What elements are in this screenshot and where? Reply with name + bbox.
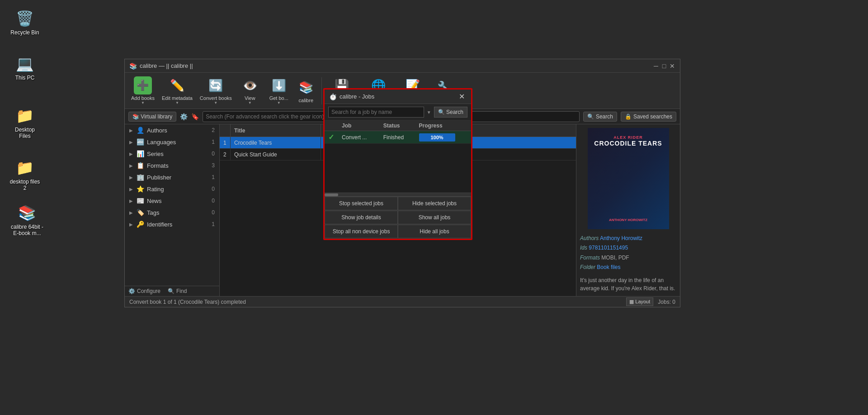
- col-status-header: Status: [380, 121, 415, 131]
- status-right: ▦ Layout Jobs: 0: [626, 297, 675, 306]
- identifiers-count: 1: [206, 221, 215, 227]
- tag-icon: 🔖: [191, 113, 199, 120]
- cover-author: ANTHONY HOROWITZ: [609, 218, 647, 222]
- calibre-titlebar: 📚 calibre — || calibre || ─ □ ✕: [125, 59, 680, 73]
- close-button[interactable]: ✕: [669, 63, 675, 69]
- publisher-count: 1: [206, 174, 215, 180]
- tags-label: Tags: [147, 209, 203, 216]
- expand-icon: ▶: [129, 210, 134, 215]
- desktop-files2-icon[interactable]: 📁 desktop files 2: [7, 156, 43, 194]
- calibre-title-icon: 📚: [129, 62, 137, 70]
- ids-value: 9781101151495: [589, 245, 628, 251]
- authors-label: Authors: [580, 235, 599, 241]
- add-books-button[interactable]: ➕ Add books ▼: [128, 75, 157, 107]
- convert-books-icon: 🔄: [207, 76, 225, 94]
- hide-all-jobs-button[interactable]: Hide all jobs: [398, 225, 471, 238]
- jobs-dialog-close-button[interactable]: ✕: [457, 92, 467, 101]
- identifiers-label: Identifiers: [147, 221, 203, 228]
- calibre-ebook-icon[interactable]: 📚 calibre 64bit - E-book m...: [7, 201, 47, 239]
- virtual-library-button[interactable]: 📚 Virtual library: [128, 112, 176, 122]
- book-description: It's just another day in the life of an …: [580, 276, 676, 292]
- convert-books-button[interactable]: 🔄 Convert books ▼: [197, 75, 235, 107]
- formats-count: 3: [206, 162, 215, 169]
- stop-all-non-device-jobs-button[interactable]: Stop all non device jobs: [325, 225, 398, 238]
- expand-icon: ▶: [129, 128, 134, 133]
- search-icon: 🔍: [438, 109, 445, 115]
- this-pc-icon[interactable]: 💻 This PC: [7, 52, 43, 84]
- find-label: Find: [176, 288, 187, 294]
- edit-metadata-icon: ✏️: [168, 76, 186, 94]
- view-icon: 👁️: [241, 76, 259, 94]
- jobs-search-input[interactable]: [328, 107, 424, 118]
- series-icon: 📊: [137, 150, 144, 157]
- sidebar: ▶ 👤 Authors 2 ▶ 🔤 Languages 1 ▶ 📊 Series…: [125, 124, 220, 296]
- edit-metadata-arrow: ▼: [175, 101, 179, 105]
- book-meta: Authors Anthony Horowitz Ids 97811011514…: [580, 234, 676, 273]
- expand-icon: ▶: [129, 151, 134, 156]
- sidebar-item-identifiers[interactable]: ▶ 🔑 Identifiers 1: [125, 218, 219, 230]
- calibre-title-text: calibre — || calibre ||: [140, 62, 193, 69]
- sidebar-item-series[interactable]: ▶ 📊 Series 0: [125, 148, 219, 160]
- authors-value: Anthony Horowitz: [600, 235, 642, 241]
- show-job-details-button[interactable]: Show job details: [325, 211, 398, 224]
- edit-metadata-button[interactable]: ✏️ Edit metadata ▼: [159, 75, 195, 107]
- show-all-jobs-button[interactable]: Show all jobs: [398, 211, 471, 224]
- book-title-cell: Crocodile Tears: [231, 137, 321, 148]
- progress-bar-fill: 100%: [419, 133, 455, 141]
- maximize-button[interactable]: □: [661, 63, 667, 69]
- hide-selected-jobs-button[interactable]: Hide selected jobs: [398, 197, 471, 210]
- book-title-cell: Quick Start Guide: [231, 149, 321, 160]
- cover-book-title: CROCODILE TEARS: [594, 140, 662, 147]
- get-books-button[interactable]: ⬇️ Get bo... ▼: [265, 75, 292, 107]
- jobs-table-wrap[interactable]: Job Status Progress ✓ Convert ..: [325, 121, 471, 193]
- jobs-search-row: ▼ 🔍 Search: [325, 104, 471, 121]
- recycle-bin-icon[interactable]: 🗑️ Recycle Bin: [7, 7, 43, 38]
- search-icon: 🔍: [587, 113, 594, 120]
- saved-searches-button[interactable]: 🔒 Saved searches: [621, 112, 676, 122]
- jobs-scroll-thumb: [325, 193, 338, 196]
- sidebar-item-languages[interactable]: ▶ 🔤 Languages 1: [125, 136, 219, 148]
- configure-label: Configure: [137, 288, 160, 294]
- stop-selected-jobs-button[interactable]: Stop selected jobs: [325, 197, 398, 210]
- col-title-header[interactable]: Title: [231, 124, 321, 137]
- find-button[interactable]: 🔍 Find: [168, 288, 187, 294]
- sidebar-item-authors[interactable]: ▶ 👤 Authors 2: [125, 124, 219, 136]
- status-bar: Convert book 1 of 1 (Crocodile Tears) co…: [125, 296, 680, 307]
- jobs-scrollbar[interactable]: [325, 193, 471, 197]
- folder-value: Book files: [597, 264, 620, 270]
- dropdown-arrow-icon: ▼: [427, 110, 431, 115]
- folder-label: Folder: [580, 264, 595, 270]
- jobs-search-button[interactable]: 🔍 Search: [434, 107, 467, 118]
- tags-icon: 🏷️: [137, 209, 144, 216]
- authors-label: Authors: [147, 127, 203, 134]
- minimize-button[interactable]: ─: [653, 63, 659, 69]
- convert-books-label: Convert books: [200, 95, 232, 101]
- languages-count: 1: [206, 139, 215, 145]
- search-label: Search: [596, 113, 613, 120]
- layout-button[interactable]: ▦ Layout: [626, 297, 653, 306]
- rating-count: 0: [206, 186, 215, 192]
- calibre-home-button[interactable]: 📚 calibre: [294, 77, 318, 105]
- get-books-label: Get bo...: [269, 95, 288, 101]
- sidebar-item-news[interactable]: ▶ 📰 News 0: [125, 195, 219, 207]
- configure-icon: ⚙️: [128, 288, 135, 294]
- view-button[interactable]: 👁️ View ▼: [236, 75, 264, 107]
- sidebar-item-tags[interactable]: ▶ 🏷️ Tags 0: [125, 207, 219, 218]
- expand-icon: ▶: [129, 198, 134, 203]
- saved-searches-label: Saved searches: [633, 113, 672, 120]
- languages-icon: 🔤: [137, 138, 144, 146]
- expand-icon: ▶: [129, 140, 134, 145]
- col-progress-header: Progress: [415, 121, 471, 131]
- rating-label: Rating: [147, 186, 203, 193]
- sidebar-item-publisher[interactable]: ▶ 🏢 Publisher 1: [125, 171, 219, 183]
- sidebar-item-formats[interactable]: ▶ 📋 Formats 3: [125, 160, 219, 171]
- desktop-files-icon[interactable]: 📁 Desktop Files: [7, 104, 43, 142]
- progress-bar: 100%: [419, 133, 455, 141]
- search-button[interactable]: 🔍 Search: [583, 112, 617, 122]
- table-row[interactable]: ✓ Convert ... Finished 100%: [325, 131, 471, 144]
- calibre-home-label: calibre: [299, 98, 313, 103]
- sidebar-item-rating[interactable]: ▶ ⭐ Rating 0: [125, 183, 219, 195]
- identifiers-icon: 🔑: [137, 221, 144, 228]
- ids-label: Ids: [580, 245, 587, 251]
- configure-button[interactable]: ⚙️ Configure: [128, 288, 160, 294]
